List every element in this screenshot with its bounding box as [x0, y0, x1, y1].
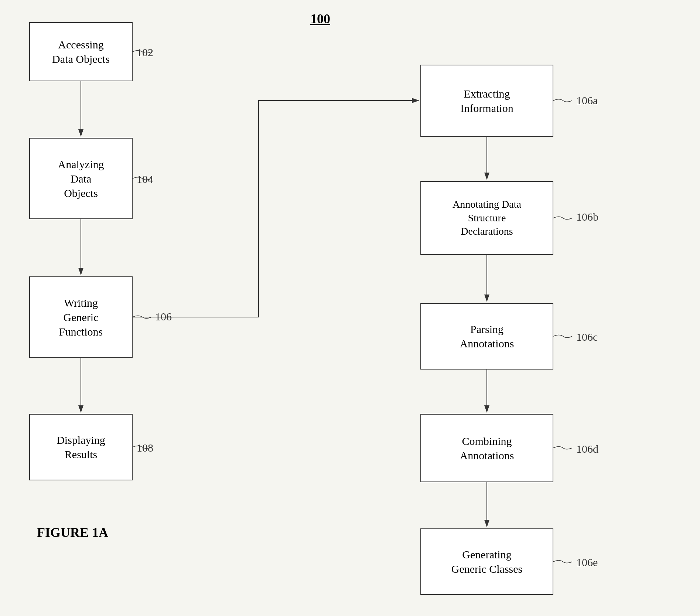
- box-extracting-information: Extracting Information: [420, 65, 553, 137]
- ref-106c: 106c: [576, 331, 598, 343]
- box-generating-generic-classes: Generating Generic Classes: [420, 528, 553, 595]
- ref-106d: 106d: [576, 443, 598, 455]
- box-parsing-label: Parsing Annotations: [460, 322, 514, 351]
- box-analyzing-data-objects: Analyzing Data Objects: [29, 138, 133, 219]
- box-accessing-label: Accessing Data Objects: [52, 37, 110, 66]
- box-annotating-label: Annotating Data Structure Declarations: [453, 198, 521, 238]
- box-analyzing-label: Analyzing Data Objects: [58, 157, 104, 200]
- ref-102: 102: [137, 46, 153, 59]
- box-displaying-label: Displaying Results: [57, 433, 105, 462]
- figure-label: FIGURE 1A: [37, 525, 108, 540]
- diagram-title: 100: [310, 11, 330, 27]
- box-displaying-results: Displaying Results: [29, 414, 133, 480]
- ref-104: 104: [137, 173, 153, 186]
- box-writing-generic-functions: Writing Generic Functions: [29, 276, 133, 358]
- box-combining-annotations: Combining Annotations: [420, 414, 553, 482]
- box-annotating-data: Annotating Data Structure Declarations: [420, 181, 553, 255]
- box-generating-label: Generating Generic Classes: [451, 547, 522, 576]
- box-parsing-annotations: Parsing Annotations: [420, 303, 553, 370]
- box-extracting-label: Extracting Information: [460, 86, 513, 115]
- box-writing-label: Writing Generic Functions: [59, 296, 103, 339]
- diagram-container: 100 Accessing Data Objects 102 Analyzing…: [0, 0, 700, 616]
- ref-106a: 106a: [576, 94, 598, 107]
- box-combining-label: Combining Annotations: [460, 434, 514, 463]
- box-accessing-data-objects: Accessing Data Objects: [29, 22, 133, 81]
- ref-106e: 106e: [576, 556, 598, 569]
- ref-106: 106: [155, 310, 172, 323]
- ref-106b: 106b: [576, 211, 598, 223]
- ref-108: 108: [137, 442, 153, 454]
